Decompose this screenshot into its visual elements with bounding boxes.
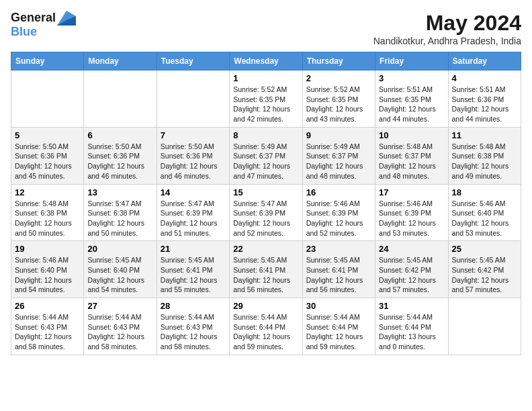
day-number: 26 bbox=[15, 301, 80, 311]
day-info: Sunrise: 5:44 AM Sunset: 6:43 PM Dayligh… bbox=[161, 312, 226, 352]
logo-text: General Blue bbox=[11, 11, 76, 39]
day-info: Sunrise: 5:51 AM Sunset: 6:36 PM Dayligh… bbox=[452, 85, 517, 124]
day-number: 22 bbox=[233, 244, 298, 254]
day-info: Sunrise: 5:45 AM Sunset: 6:42 PM Dayligh… bbox=[452, 255, 517, 295]
col-monday: Monday bbox=[84, 52, 157, 71]
day-info: Sunrise: 5:44 AM Sunset: 6:43 PM Dayligh… bbox=[15, 312, 80, 352]
day-info: Sunrise: 5:45 AM Sunset: 6:40 PM Dayligh… bbox=[87, 255, 152, 295]
day-number: 16 bbox=[306, 187, 371, 197]
day-number: 2 bbox=[306, 73, 371, 83]
day-number: 18 bbox=[452, 187, 517, 197]
table-row: 31Sunrise: 5:44 AM Sunset: 6:44 PM Dayli… bbox=[375, 298, 448, 355]
day-number: 10 bbox=[379, 130, 444, 140]
day-number: 15 bbox=[233, 187, 298, 197]
table-row: 7Sunrise: 5:50 AM Sunset: 6:36 PM Daylig… bbox=[157, 127, 229, 184]
col-tuesday: Tuesday bbox=[157, 52, 229, 71]
day-info: Sunrise: 5:52 AM Sunset: 6:35 PM Dayligh… bbox=[306, 85, 371, 124]
day-number: 8 bbox=[233, 130, 298, 140]
day-number: 20 bbox=[87, 244, 152, 254]
col-wednesday: Wednesday bbox=[230, 52, 302, 71]
table-row: 22Sunrise: 5:45 AM Sunset: 6:41 PM Dayli… bbox=[230, 241, 302, 298]
table-row bbox=[157, 71, 229, 128]
table-row: 18Sunrise: 5:46 AM Sunset: 6:40 PM Dayli… bbox=[448, 184, 521, 241]
day-number: 3 bbox=[379, 73, 444, 83]
calendar-week-row: 12Sunrise: 5:48 AM Sunset: 6:38 PM Dayli… bbox=[11, 184, 521, 241]
day-info: Sunrise: 5:48 AM Sunset: 6:38 PM Dayligh… bbox=[452, 142, 517, 181]
table-row: 16Sunrise: 5:46 AM Sunset: 6:39 PM Dayli… bbox=[302, 184, 375, 241]
day-number: 27 bbox=[87, 301, 152, 311]
day-info: Sunrise: 5:49 AM Sunset: 6:37 PM Dayligh… bbox=[233, 142, 298, 181]
day-number: 7 bbox=[161, 130, 226, 140]
day-number: 17 bbox=[379, 187, 444, 197]
day-info: Sunrise: 5:47 AM Sunset: 6:38 PM Dayligh… bbox=[87, 199, 152, 238]
table-row: 8Sunrise: 5:49 AM Sunset: 6:37 PM Daylig… bbox=[230, 127, 302, 184]
day-info: Sunrise: 5:45 AM Sunset: 6:41 PM Dayligh… bbox=[306, 255, 371, 295]
table-row: 6Sunrise: 5:50 AM Sunset: 6:36 PM Daylig… bbox=[84, 127, 157, 184]
day-number: 6 bbox=[87, 130, 152, 140]
table-row: 2Sunrise: 5:52 AM Sunset: 6:35 PM Daylig… bbox=[302, 71, 375, 128]
table-row: 9Sunrise: 5:49 AM Sunset: 6:37 PM Daylig… bbox=[302, 127, 375, 184]
table-row: 1Sunrise: 5:52 AM Sunset: 6:35 PM Daylig… bbox=[230, 71, 302, 128]
day-number: 25 bbox=[452, 244, 517, 254]
table-row: 11Sunrise: 5:48 AM Sunset: 6:38 PM Dayli… bbox=[448, 127, 521, 184]
table-row: 30Sunrise: 5:44 AM Sunset: 6:44 PM Dayli… bbox=[302, 298, 375, 355]
table-row bbox=[11, 71, 84, 128]
day-info: Sunrise: 5:50 AM Sunset: 6:36 PM Dayligh… bbox=[87, 142, 152, 181]
table-row: 23Sunrise: 5:45 AM Sunset: 6:41 PM Dayli… bbox=[302, 241, 375, 298]
day-info: Sunrise: 5:51 AM Sunset: 6:35 PM Dayligh… bbox=[379, 85, 444, 124]
day-number: 28 bbox=[161, 301, 226, 311]
table-row bbox=[448, 298, 521, 355]
title-block: May 2024 Nandikotkur, Andhra Pradesh, In… bbox=[373, 11, 521, 46]
calendar-header-row: Sunday Monday Tuesday Wednesday Thursday… bbox=[11, 52, 521, 71]
day-info: Sunrise: 5:50 AM Sunset: 6:36 PM Dayligh… bbox=[161, 142, 226, 181]
col-saturday: Saturday bbox=[448, 52, 521, 71]
table-row: 13Sunrise: 5:47 AM Sunset: 6:38 PM Dayli… bbox=[84, 184, 157, 241]
table-row: 12Sunrise: 5:48 AM Sunset: 6:38 PM Dayli… bbox=[11, 184, 84, 241]
day-info: Sunrise: 5:46 AM Sunset: 6:40 PM Dayligh… bbox=[452, 199, 517, 238]
table-row: 15Sunrise: 5:47 AM Sunset: 6:39 PM Dayli… bbox=[230, 184, 302, 241]
table-row: 19Sunrise: 5:46 AM Sunset: 6:40 PM Dayli… bbox=[11, 241, 84, 298]
table-row: 27Sunrise: 5:44 AM Sunset: 6:43 PM Dayli… bbox=[84, 298, 157, 355]
day-info: Sunrise: 5:44 AM Sunset: 6:44 PM Dayligh… bbox=[233, 312, 298, 352]
calendar-table: Sunday Monday Tuesday Wednesday Thursday… bbox=[11, 52, 521, 355]
day-number: 30 bbox=[306, 301, 371, 311]
day-number: 9 bbox=[306, 130, 371, 140]
table-row: 28Sunrise: 5:44 AM Sunset: 6:43 PM Dayli… bbox=[157, 298, 229, 355]
col-thursday: Thursday bbox=[302, 52, 375, 71]
table-row: 29Sunrise: 5:44 AM Sunset: 6:44 PM Dayli… bbox=[230, 298, 302, 355]
day-info: Sunrise: 5:47 AM Sunset: 6:39 PM Dayligh… bbox=[233, 199, 298, 238]
day-number: 4 bbox=[452, 73, 517, 83]
day-number: 13 bbox=[87, 187, 152, 197]
table-row: 14Sunrise: 5:47 AM Sunset: 6:39 PM Dayli… bbox=[157, 184, 229, 241]
table-row: 20Sunrise: 5:45 AM Sunset: 6:40 PM Dayli… bbox=[84, 241, 157, 298]
calendar-week-row: 19Sunrise: 5:46 AM Sunset: 6:40 PM Dayli… bbox=[11, 241, 521, 298]
table-row: 24Sunrise: 5:45 AM Sunset: 6:42 PM Dayli… bbox=[375, 241, 448, 298]
day-number: 12 bbox=[15, 187, 80, 197]
day-info: Sunrise: 5:52 AM Sunset: 6:35 PM Dayligh… bbox=[233, 85, 298, 124]
day-info: Sunrise: 5:45 AM Sunset: 6:41 PM Dayligh… bbox=[161, 255, 226, 295]
table-row bbox=[84, 71, 157, 128]
day-info: Sunrise: 5:46 AM Sunset: 6:39 PM Dayligh… bbox=[306, 199, 371, 238]
day-info: Sunrise: 5:49 AM Sunset: 6:37 PM Dayligh… bbox=[306, 142, 371, 181]
day-number: 24 bbox=[379, 244, 444, 254]
day-number: 29 bbox=[233, 301, 298, 311]
day-info: Sunrise: 5:48 AM Sunset: 6:37 PM Dayligh… bbox=[379, 142, 444, 181]
day-number: 31 bbox=[379, 301, 444, 311]
day-info: Sunrise: 5:44 AM Sunset: 6:43 PM Dayligh… bbox=[87, 312, 152, 352]
day-number: 5 bbox=[15, 130, 80, 140]
table-row: 10Sunrise: 5:48 AM Sunset: 6:37 PM Dayli… bbox=[375, 127, 448, 184]
table-row: 21Sunrise: 5:45 AM Sunset: 6:41 PM Dayli… bbox=[157, 241, 229, 298]
col-sunday: Sunday bbox=[11, 52, 84, 71]
table-row: 25Sunrise: 5:45 AM Sunset: 6:42 PM Dayli… bbox=[448, 241, 521, 298]
table-row: 5Sunrise: 5:50 AM Sunset: 6:36 PM Daylig… bbox=[11, 127, 84, 184]
day-number: 1 bbox=[233, 73, 298, 83]
table-row: 4Sunrise: 5:51 AM Sunset: 6:36 PM Daylig… bbox=[448, 71, 521, 128]
day-info: Sunrise: 5:47 AM Sunset: 6:39 PM Dayligh… bbox=[161, 199, 226, 238]
col-friday: Friday bbox=[375, 52, 448, 71]
table-row: 26Sunrise: 5:44 AM Sunset: 6:43 PM Dayli… bbox=[11, 298, 84, 355]
day-info: Sunrise: 5:48 AM Sunset: 6:38 PM Dayligh… bbox=[15, 199, 80, 238]
day-info: Sunrise: 5:44 AM Sunset: 6:44 PM Dayligh… bbox=[379, 312, 444, 352]
day-info: Sunrise: 5:46 AM Sunset: 6:40 PM Dayligh… bbox=[15, 255, 80, 295]
day-info: Sunrise: 5:46 AM Sunset: 6:39 PM Dayligh… bbox=[379, 199, 444, 238]
day-number: 11 bbox=[452, 130, 517, 140]
